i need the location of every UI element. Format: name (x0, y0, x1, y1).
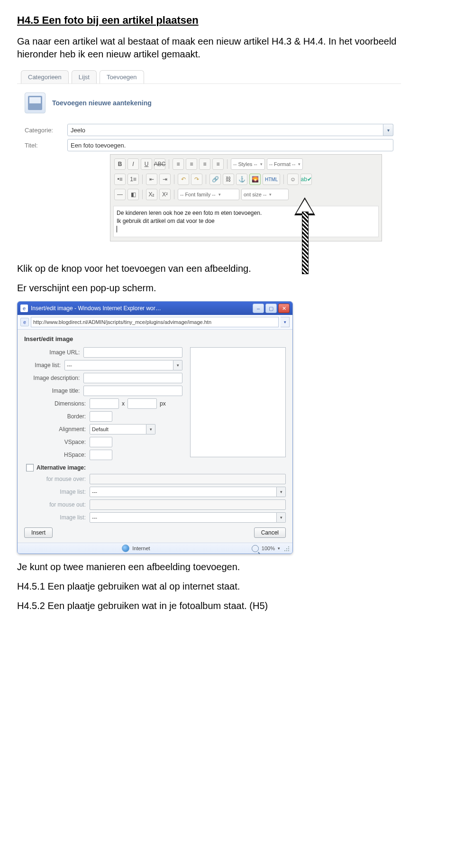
zone-label: Internet (132, 545, 150, 551)
label-image-list: Image list: (24, 489, 90, 495)
image-list-select[interactable] (90, 512, 277, 523)
page-favicon-icon: e (20, 318, 29, 326)
note-icon (25, 92, 46, 113)
dim-x: x (119, 400, 127, 407)
dropdown-caret-icon[interactable]: ▾ (383, 124, 393, 136)
tab-lijst[interactable]: Lijst (72, 70, 97, 83)
category-select[interactable] (67, 124, 383, 136)
underline-button[interactable]: U (141, 158, 152, 170)
label-image-title: Image title: (24, 388, 83, 394)
insert-image-icon[interactable]: 🌄 (249, 174, 261, 185)
emoticon-icon[interactable]: ☺ (287, 174, 299, 185)
paragraph: H4.5.2 Een plaatje gebruiken wat in je f… (17, 600, 438, 612)
height-input[interactable] (127, 398, 157, 409)
redo-icon[interactable]: ↷ (191, 174, 202, 185)
fontsize-select[interactable]: ont size --▾ (241, 189, 289, 200)
window-titlebar[interactable]: e Insert/edit image - Windows Internet E… (18, 302, 292, 315)
tab-categorieen[interactable]: Categorieen (21, 70, 69, 83)
dropdown-caret-icon[interactable]: ▾ (173, 360, 182, 370)
superscript-icon[interactable]: X² (159, 189, 171, 200)
screenshot-editor: Categorieen Lijst Toevoegen Toevoegen ni… (17, 67, 401, 256)
undo-icon[interactable]: ↶ (178, 174, 189, 185)
label-image-list: Image list: (24, 514, 90, 521)
tab-toevoegen[interactable]: Toevoegen (100, 70, 144, 83)
subscript-icon[interactable]: X₂ (146, 189, 157, 200)
insert-button[interactable]: Insert (24, 527, 53, 538)
border-input[interactable] (90, 411, 112, 422)
url-field[interactable]: http://www.blogdirect.nl/ADMIN/jscripts/… (31, 317, 279, 327)
dropdown-caret-icon[interactable]: ▾ (281, 317, 290, 327)
panel-title: Toevoegen nieuwe aantekening (52, 99, 152, 107)
html-button[interactable]: HTML (263, 174, 280, 185)
align-right-icon[interactable]: ≡ (199, 158, 210, 170)
dropdown-caret-icon[interactable]: ▾ (146, 424, 155, 434)
indent-icon[interactable]: ⇥ (159, 174, 171, 185)
label-mouse-over: for mouse over: (24, 476, 90, 482)
label-image-desc: Image description: (24, 375, 83, 381)
outdent-icon[interactable]: ⇤ (146, 174, 157, 185)
dropdown-caret-icon[interactable]: ▾ (277, 512, 286, 523)
link-icon[interactable]: 🔗 (209, 174, 221, 185)
alt-image-checkbox[interactable] (26, 464, 34, 471)
image-desc-input[interactable] (83, 373, 182, 383)
cancel-button[interactable]: Cancel (254, 527, 286, 538)
bold-button[interactable]: B (114, 158, 126, 170)
close-button[interactable]: ✕ (278, 304, 290, 313)
label-border: Border: (24, 413, 90, 420)
paragraph: H4.5.1 Een plaatje gebruiken wat al op i… (17, 580, 438, 593)
ul-icon[interactable]: •≡ (114, 174, 126, 185)
paragraph: Klik op de knop voor het toevoegen van e… (17, 262, 438, 275)
strike-button[interactable]: ABC (154, 158, 165, 170)
rich-text-editor: B I U ABC ≡ ≡ ≡ ≡ -- Styles --▾ -- Forma… (110, 154, 382, 241)
globe-icon (122, 545, 129, 552)
alignment-select[interactable] (90, 424, 146, 434)
content-line: Ik gebruik dit artikel om dat voor te do… (117, 217, 375, 225)
dialog-body: Insert/edit image Image URL: Image list:… (18, 330, 292, 543)
ol-icon[interactable]: 1≡ (127, 174, 139, 185)
zoom-icon[interactable] (252, 545, 259, 552)
paragraph: Je kunt op twee manieren een afbeelding … (17, 561, 438, 573)
image-title-input[interactable] (83, 386, 182, 396)
label-image-url: Image URL: (24, 349, 83, 356)
anchor-icon[interactable]: ⚓ (236, 174, 247, 185)
minimize-button[interactable]: – (253, 304, 264, 313)
eraser-icon[interactable]: ◧ (127, 189, 139, 200)
label-image-list: Image list: (24, 362, 64, 369)
zoom-value: 100% (262, 545, 275, 551)
unlink-icon[interactable]: ⛓ (223, 174, 234, 185)
label-category: Categorie: (25, 127, 67, 134)
dialog-title: Insert/edit image (24, 335, 286, 342)
align-center-icon[interactable]: ≡ (186, 158, 197, 170)
title-input[interactable] (67, 139, 393, 151)
mouse-over-input[interactable] (90, 474, 286, 484)
spellcheck-icon[interactable]: ab✔ (300, 174, 312, 185)
align-left-icon[interactable]: ≡ (173, 158, 184, 170)
section-heading: H4.5 Een foto bij een artikel plaatsen (17, 14, 438, 27)
label-hspace: HSpace: (24, 452, 90, 458)
image-list-select[interactable] (64, 360, 173, 370)
image-preview (190, 347, 286, 457)
italic-button[interactable]: I (127, 158, 139, 170)
hr-icon[interactable]: — (114, 189, 126, 200)
align-justify-icon[interactable]: ≡ (212, 158, 224, 170)
vspace-input[interactable] (90, 437, 112, 447)
editor-content[interactable]: De kinderen leren ook hoe ze een foto m … (113, 206, 379, 237)
image-url-input[interactable] (83, 347, 182, 358)
maximize-button[interactable]: ▢ (265, 304, 277, 313)
window-title: Insert/edit image - Windows Internet Exp… (31, 305, 253, 312)
fontfamily-select[interactable]: -- Font family --▾ (178, 189, 239, 200)
label-title: Titel: (25, 142, 67, 149)
address-bar: e http://www.blogdirect.nl/ADMIN/jscript… (18, 315, 292, 330)
label-mouse-out: for mouse out: (24, 501, 90, 508)
image-list-select[interactable] (90, 487, 277, 497)
format-select[interactable]: -- Format --▾ (267, 158, 303, 170)
hspace-input[interactable] (90, 450, 112, 460)
width-input[interactable] (90, 398, 119, 409)
paragraph: Ga naar een artikel wat al bestaat of ma… (17, 35, 438, 61)
label-dimensions: Dimensions: (24, 400, 90, 407)
resize-grip-icon[interactable] (283, 545, 290, 552)
dropdown-caret-icon[interactable]: ▾ (277, 487, 286, 497)
mouse-out-input[interactable] (90, 499, 286, 510)
styles-select[interactable]: -- Styles --▾ (231, 158, 265, 170)
zoom-caret-icon[interactable]: ▾ (278, 546, 280, 551)
